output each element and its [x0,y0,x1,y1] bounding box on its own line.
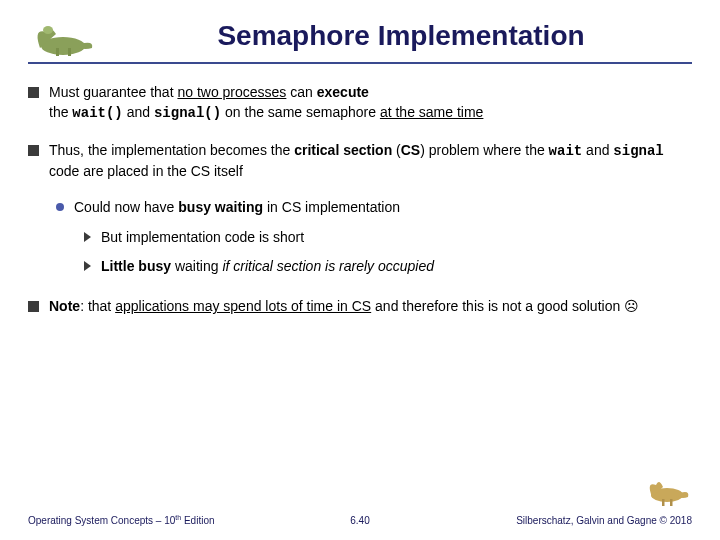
bullet-text: Note: that applications may spend lots o… [49,296,639,316]
bullet-level1: Thus, the implementation becomes the cri… [28,140,692,182]
code-text: signal [613,143,663,159]
square-bullet-icon [28,145,39,156]
bullet-level1: Must guarantee that no two processes can… [28,82,692,124]
dinosaur-icon [28,18,98,58]
text: Could now have [74,199,178,215]
dinosaur-icon [642,473,692,508]
bullet-level3: Little busy waiting if critical section … [84,256,692,276]
triangle-bullet-icon [84,232,91,242]
text: on the same semaphore [221,104,380,120]
svg-rect-5 [662,499,665,506]
text-bold: critical section [294,142,392,158]
authors: Silberschatz, Galvin and Gagne [516,515,659,526]
text: code are placed in the CS itself [49,163,243,179]
text: Edition [181,515,214,526]
footer-right: Silberschatz, Galvin and Gagne © 2018 [516,515,692,526]
text-underline: applications may spend lots of time in C… [115,298,371,314]
bullet-text: Thus, the implementation becomes the cri… [49,140,692,182]
bullet-level1: Note: that applications may spend lots o… [28,296,692,316]
text-underline: at the same time [380,104,484,120]
text: and therefore this is not a good solutio… [371,298,639,314]
code-text: wait [549,143,583,159]
square-bullet-icon [28,87,39,98]
page-number: 6.40 [350,515,369,526]
header: Semaphore Implementation [28,18,692,64]
svg-rect-6 [670,499,673,506]
text: waiting [171,258,222,274]
year: 2018 [667,515,692,526]
spacer [28,284,692,296]
bullet-level3: But implementation code is short [84,227,692,247]
square-bullet-icon [28,301,39,312]
text: in CS implementation [263,199,400,215]
bullet-text: Must guarantee that no two processes can… [49,82,483,124]
text: the [49,104,72,120]
content-area: Must guarantee that no two processes can… [28,82,692,316]
book-title: Operating System Concepts – 10 [28,515,175,526]
circle-bullet-icon [56,203,64,211]
text: Thus, the implementation becomes the [49,142,294,158]
svg-rect-3 [68,48,71,56]
text: can [286,84,316,100]
code-text: signal() [154,105,221,121]
text-bold: execute [317,84,369,100]
svg-rect-2 [56,48,59,56]
text: and [123,104,154,120]
text: ( [392,142,401,158]
bullet-text: Could now have busy waiting in CS implem… [74,197,400,217]
bullet-text: Little busy waiting if critical section … [101,256,434,276]
text-italic: if critical section is rarely occupied [222,258,434,274]
footer-left: Operating System Concepts – 10th Edition [28,514,215,526]
slide-title: Semaphore Implementation [110,20,692,52]
text-bold: Little busy [101,258,171,274]
text-underline: no two processes [177,84,286,100]
bullet-level2: Could now have busy waiting in CS implem… [56,197,692,217]
text-bold: Note [49,298,80,314]
slide: Semaphore Implementation Must guarantee … [0,0,720,540]
text: and [582,142,613,158]
code-text: wait() [72,105,122,121]
text: Must guarantee that [49,84,177,100]
text: : that [80,298,115,314]
copyright-symbol: © [660,515,667,526]
triangle-bullet-icon [84,261,91,271]
svg-point-1 [43,26,53,34]
text-bold: busy waiting [178,199,263,215]
text-bold: CS [401,142,420,158]
bullet-text: But implementation code is short [101,227,304,247]
text: ) problem where the [420,142,548,158]
